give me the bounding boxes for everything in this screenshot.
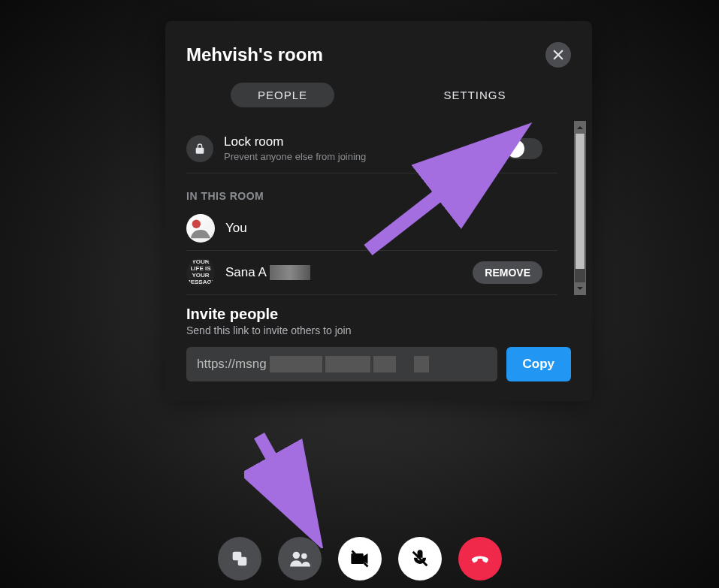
mic-off-icon [409, 548, 430, 569]
redacted-text [325, 356, 370, 372]
avatar [186, 214, 215, 243]
redacted-text [270, 265, 310, 280]
redacted-text [270, 356, 322, 372]
svg-line-2 [259, 436, 312, 529]
participants-button[interactable] [278, 537, 322, 580]
end-call-button[interactable] [458, 537, 502, 580]
avatar: YOUR LIFE IS YOUR MESSAGE [186, 258, 215, 287]
svg-point-5 [292, 552, 299, 559]
close-icon [553, 50, 563, 60]
camera-off-button[interactable] [338, 537, 382, 580]
share-screen-icon [229, 548, 250, 569]
room-settings-dialog: Mehvish's room PEOPLE SETTINGS Lock room… [165, 21, 592, 401]
end-call-icon [470, 548, 491, 569]
remove-participant-button[interactable]: REMOVE [473, 261, 542, 284]
invite-section: Invite people Send this link to invite o… [165, 295, 592, 381]
svg-point-6 [301, 553, 307, 559]
scrollbar-thumb[interactable] [576, 134, 585, 269]
dialog-title: Mehvish's room [186, 44, 323, 65]
invite-subtitle: Send this link to invite others to join [186, 324, 571, 336]
camera-off-icon [349, 548, 370, 569]
lock-room-title: Lock room [224, 134, 494, 149]
lock-room-toggle[interactable] [505, 138, 542, 159]
dialog-header: Mehvish's room [165, 42, 592, 77]
invite-link-input[interactable]: https://msng [186, 347, 497, 381]
tab-people[interactable]: PEOPLE [186, 81, 379, 109]
in-this-room-label: IN THIS ROOM [186, 173, 571, 207]
svg-point-0 [192, 220, 201, 228]
toggle-knob [506, 140, 524, 158]
invite-title: Invite people [186, 306, 571, 323]
dialog-tabs: PEOPLE SETTINGS [165, 77, 592, 109]
participant-name: Sana A [225, 265, 462, 280]
share-screen-button[interactable] [218, 537, 261, 580]
redacted-text [373, 356, 396, 372]
copy-link-button[interactable]: Copy [506, 347, 572, 381]
scrollbar-down-arrow-icon[interactable] [575, 282, 585, 294]
lock-icon [186, 135, 213, 162]
close-button[interactable] [545, 42, 571, 68]
call-controls-bar [0, 522, 719, 588]
scrollbar-up-arrow-icon[interactable] [575, 122, 585, 134]
tab-settings[interactable]: SETTINGS [379, 81, 571, 109]
lock-room-row: Lock room Prevent anyone else from joini… [186, 121, 557, 173]
participant-name: You [225, 221, 542, 236]
svg-rect-4 [237, 557, 246, 566]
dialog-scroll-area: Lock room Prevent anyone else from joini… [165, 121, 592, 295]
people-icon [289, 548, 310, 569]
participant-row: You [186, 207, 557, 251]
mic-off-button[interactable] [398, 537, 442, 580]
participant-row: YOUR LIFE IS YOUR MESSAGE Sana A REMOVE [186, 251, 557, 295]
scrollbar[interactable] [574, 121, 586, 295]
lock-room-subtitle: Prevent anyone else from joining [224, 151, 494, 162]
redacted-text [414, 356, 429, 372]
